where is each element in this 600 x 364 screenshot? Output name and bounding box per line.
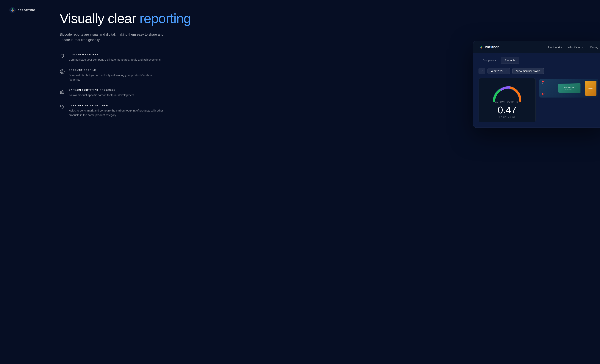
view-member-profile-button[interactable]: View member profile <box>512 68 544 74</box>
feature-heading-climate: CLIMATE MEASURES <box>69 53 161 56</box>
svg-rect-3 <box>60 91 61 94</box>
user-circle-icon <box>60 69 65 74</box>
feature-carbon-progress: CARBON FOOTPRINT PROGRESS Follow product… <box>60 89 164 97</box>
products-panel: MAUSTAMATON JALO TOFU HAUST­E 🚩 � <box>539 78 598 98</box>
sidebar-label: REPORTING <box>18 9 36 12</box>
flag-marker-1: 🚩 <box>542 80 545 84</box>
preview-logo-text: bio<code <box>485 45 499 49</box>
features-list: CLIMATE MEASURES Communicate your compan… <box>60 53 164 117</box>
svg-rect-5 <box>63 91 64 94</box>
nav-who-its-for[interactable]: Who it's for <box>568 46 584 49</box>
gauge-container: CARBON FOOTPRINT 0.47 KG CO₂ e / KG <box>478 78 536 122</box>
feature-heading-label: CARBON FOOTPRINT LABEL <box>69 104 164 107</box>
year-selector[interactable]: Year: 2022 <box>488 68 510 74</box>
feature-desc-profile: Demonstrate that you are actively calcul… <box>69 73 164 82</box>
gauge-arc <box>490 84 524 103</box>
preview-controls: Year: 2022 View member profile <box>473 64 600 78</box>
gauge-value: 0.47 <box>497 105 516 115</box>
tag-icon <box>60 104 65 110</box>
preview-logo: bio<code <box>478 45 499 50</box>
feature-text-profile: PRODUCT PROFILE Demonstrate that you are… <box>69 69 164 82</box>
left-arrow-icon <box>481 70 483 72</box>
title-accent: reporting <box>140 11 191 26</box>
gauge-label: CARBON FOOTPRINT <box>494 101 520 103</box>
product-box-main: MAUSTAMATON JALO TOFU <box>558 83 581 93</box>
feature-carbon-label: CARBON FOOTPRINT LABEL Helps to benchmar… <box>60 104 164 117</box>
page-wrapper: REPORTING Visually clear reporting Bioco… <box>0 0 600 364</box>
feature-product-profile: PRODUCT PROFILE Demonstrate that you are… <box>60 69 164 82</box>
flag-marker-2: 🚩 <box>542 93 544 96</box>
sidebar-logo: REPORTING <box>9 7 36 13</box>
preview-tabs: Companies Products <box>473 53 600 64</box>
tab-products[interactable]: Products <box>501 57 519 64</box>
page-subtitle: Biocode reports are visual and digital, … <box>60 32 164 43</box>
feature-desc-progress: Follow product-specific carbon footprint… <box>69 93 134 97</box>
app-preview: bio<code How it works Who it's for Prici… <box>473 41 600 128</box>
bar-chart-icon <box>60 89 65 94</box>
feature-text-climate: CLIMATE MEASURES Communicate your compan… <box>69 53 161 62</box>
chevron-down-small-icon <box>505 70 507 72</box>
svg-rect-4 <box>62 91 63 94</box>
feature-text-label: CARBON FOOTPRINT LABEL Helps to benchmar… <box>69 104 164 117</box>
main-content: Visually clear reporting Biocode reports… <box>45 0 600 364</box>
title-plain: Visually clear <box>60 11 140 26</box>
preview-chart-area: CARBON FOOTPRINT 0.47 KG CO₂ e / KG MAUS… <box>473 78 600 127</box>
svg-point-6 <box>61 106 62 106</box>
svg-point-2 <box>62 70 63 72</box>
chevron-down-icon <box>581 46 584 49</box>
feature-text-progress: CARBON FOOTPRINT PROGRESS Follow product… <box>69 89 134 97</box>
tab-companies[interactable]: Companies <box>478 57 500 64</box>
trophy-icon <box>60 54 65 59</box>
feature-desc-climate: Communicate your company's climate measu… <box>69 57 161 62</box>
sidebar: REPORTING <box>0 0 45 364</box>
preview-nav-items: How it works Who it's for Pricing <box>547 46 598 49</box>
logo-icon <box>9 7 16 13</box>
nav-pricing[interactable]: Pricing <box>590 46 598 49</box>
feature-heading-profile: PRODUCT PROFILE <box>69 69 164 72</box>
product-image: MAUSTAMATON JALO TOFU HAUST­E 🚩 � <box>539 79 598 98</box>
feature-heading-progress: CARBON FOOTPRINT PROGRESS <box>69 89 134 91</box>
prev-arrow-button[interactable] <box>478 68 485 74</box>
feature-desc-label: Helps to benchmark and compare the carbo… <box>69 108 164 117</box>
page-title: Visually clear reporting <box>60 11 585 26</box>
feature-climate-measures: CLIMATE MEASURES Communicate your compan… <box>60 53 164 62</box>
preview-nav: bio<code How it works Who it's for Prici… <box>473 41 600 53</box>
gauge-unit: KG CO₂ e / KG <box>499 116 515 118</box>
nav-how-it-works[interactable]: How it works <box>547 46 562 49</box>
preview-logo-icon <box>478 45 484 50</box>
product-box-orange: HAUST­E <box>585 81 596 96</box>
